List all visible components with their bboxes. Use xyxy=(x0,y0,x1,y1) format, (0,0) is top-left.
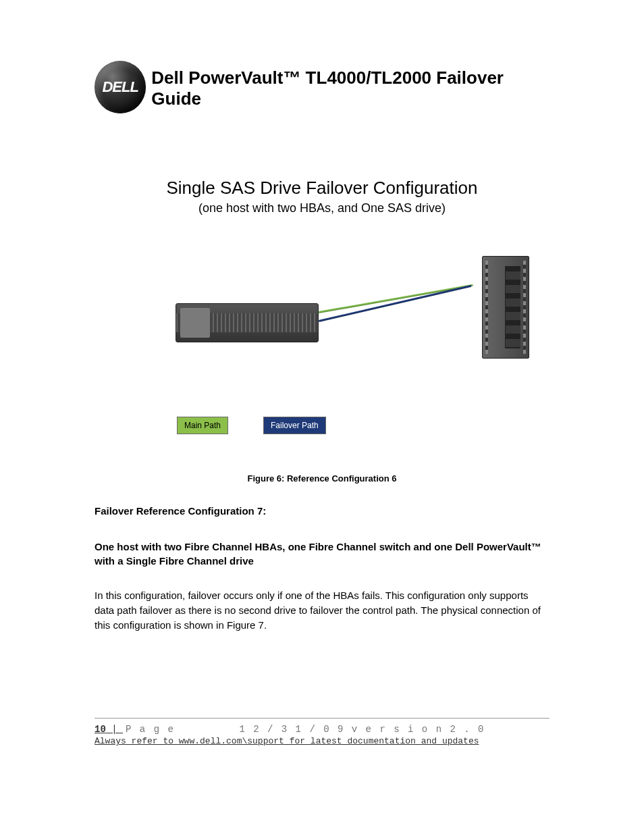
config7-body: In this configuration, failover occurs o… xyxy=(95,588,549,632)
footer-page-bar: | xyxy=(106,724,123,735)
figure-legend: Main Path Failover Path xyxy=(177,417,549,434)
figure-caption: Figure 6: Reference Configuration 6 xyxy=(95,473,549,484)
page-footer: 10 | P a g e 1 2 / 3 1 / 0 9 v e r s i o… xyxy=(95,718,549,746)
document-title: Dell PowerVault™ TL4000/TL2000 Failover … xyxy=(151,68,549,113)
section-title: Single SAS Drive Failover Configuration xyxy=(95,178,549,199)
config7-subheading: One host with two Fibre Channel HBAs, on… xyxy=(95,540,549,568)
footer-version: 1 2 / 3 1 / 0 9 v e r s i o n 2 . 0 xyxy=(175,724,549,735)
section-subtitle: (one host with two HBAs, and One SAS dri… xyxy=(95,201,549,215)
tape-library-icon xyxy=(176,303,319,342)
section-title-block: Single SAS Drive Failover Configuration … xyxy=(95,178,549,215)
figure-diagram xyxy=(95,256,549,384)
footer-rule xyxy=(95,718,549,719)
main-path-cable xyxy=(319,284,473,313)
footer-page-number: 10 xyxy=(95,724,106,735)
failover-path-cable xyxy=(319,285,472,321)
footer-note: Always refer to www.dell.com\support for… xyxy=(95,736,549,746)
host-server-icon xyxy=(482,256,529,359)
legend-main-path: Main Path xyxy=(177,417,228,434)
page-header: DELL Dell PowerVault™ TL4000/TL2000 Fail… xyxy=(95,61,549,113)
config7-heading: Failover Reference Configuration 7: xyxy=(95,505,549,517)
logo-text: DELL xyxy=(102,78,138,96)
footer-page-label: P a g e xyxy=(126,724,175,735)
dell-logo-icon: DELL xyxy=(95,61,146,113)
legend-failover-path: Failover Path xyxy=(263,417,326,434)
